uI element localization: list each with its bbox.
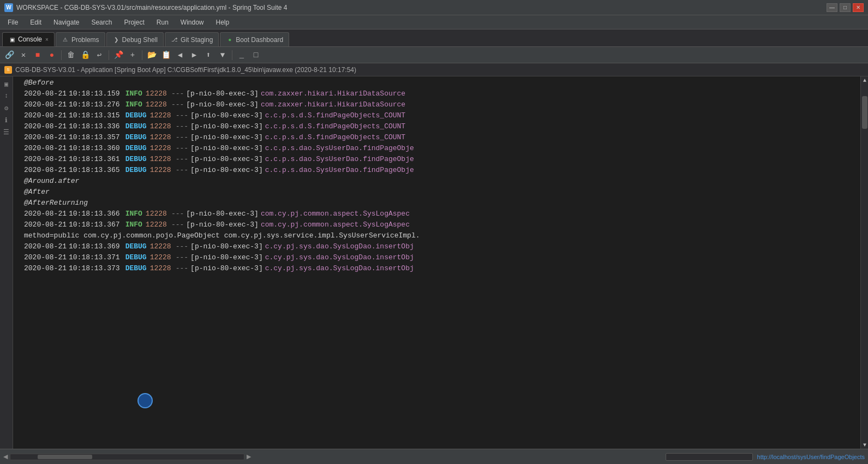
h-scrollbar-thumb[interactable] xyxy=(38,455,92,459)
pathbar: S CGB-DB-SYS-V3.01 - Application [Spring… xyxy=(0,63,868,76)
spring-boot-icon: S xyxy=(4,66,12,74)
word-wrap-btn[interactable]: ↩ xyxy=(93,49,105,61)
sidebar-btn-4[interactable]: ℹ xyxy=(1,115,12,126)
minimize-view-btn[interactable]: _ xyxy=(236,49,248,61)
tab-boot-dashboard[interactable]: ● Boot Dashboard xyxy=(220,32,289,46)
menubar: File Edit Navigate Search Project Run Wi… xyxy=(0,15,868,29)
copy-btn[interactable]: 📋 xyxy=(160,49,172,61)
main-area: ▣ ↕ ⚙ ℹ ☰ @Before 2020-08-21 10:18:13.15… xyxy=(0,76,868,449)
toolbar-sep-2 xyxy=(109,50,109,60)
app-icon: W xyxy=(4,3,13,12)
list-item: 2020-08-21 10:18:13.371 DEBUG 12228 --- … xyxy=(13,252,860,263)
git-staging-icon: ⎇ xyxy=(171,36,178,44)
horizontal-scrollbar[interactable] xyxy=(10,454,244,460)
sidebar-btn-5[interactable]: ☰ xyxy=(1,127,12,138)
menu-navigate[interactable]: Navigate xyxy=(48,17,85,28)
status-bar: http://localhost/sysUser/findPageObjects xyxy=(666,453,865,461)
list-item: 2020-08-21 10:18:13.357 DEBUG 12228 --- … xyxy=(13,132,860,143)
sidebar-btn-1[interactable]: ▣ xyxy=(1,79,12,90)
scrollbar-thumb[interactable] xyxy=(862,96,867,129)
more-btn[interactable]: ▼ xyxy=(217,49,229,61)
scroll-down-btn[interactable]: ▼ xyxy=(861,441,868,449)
toolbar-sep-3 xyxy=(142,50,142,60)
tabs-area: ▣ Console × ⚠ Problems ❯ Debug Shell ⎇ G… xyxy=(0,29,868,47)
pin-btn[interactable]: 📌 xyxy=(112,49,124,61)
scroll-up-btn[interactable]: ▲ xyxy=(861,76,868,84)
new-console-btn[interactable]: + xyxy=(127,49,139,61)
sidebar-btn-3[interactable]: ⚙ xyxy=(1,103,12,114)
menu-window[interactable]: Window xyxy=(175,17,209,28)
list-item: method=public com.cy.pj.common.pojo.Page… xyxy=(13,230,860,241)
tab-debug-shell[interactable]: ❯ Debug Shell xyxy=(106,32,164,46)
open-file-btn[interactable]: 📂 xyxy=(146,49,158,61)
list-item xyxy=(13,274,860,285)
tab-problems[interactable]: ⚠ Problems xyxy=(56,32,105,46)
status-link[interactable]: http://localhost/sysUser/findPageObjects xyxy=(757,454,865,460)
list-item: 2020-08-21 10:18:13.360 DEBUG 12228 --- … xyxy=(13,143,860,154)
tab-git-staging[interactable]: ⎇ Git Staging xyxy=(165,32,219,46)
link-btn[interactable]: 🔗 xyxy=(3,49,15,61)
clear-btn[interactable]: 🗑 xyxy=(65,49,77,61)
maximize-view-btn[interactable]: □ xyxy=(250,49,262,61)
right-arrow-btn[interactable]: ▶ xyxy=(247,453,251,460)
toolbar-sep-1 xyxy=(61,50,62,60)
status-progress-bar xyxy=(666,453,753,461)
problems-icon: ⚠ xyxy=(62,36,69,44)
list-item: 2020-08-21 10:18:13.366 INFO 12228 --- [… xyxy=(13,209,860,219)
annotation-before: @Before xyxy=(24,78,54,88)
list-item: @Around.after xyxy=(13,176,860,187)
titlebar-title: WORKSPACE - CGB-DB-SYS-V3.01/src/main/re… xyxy=(16,4,287,11)
tab-console-label: Console xyxy=(18,35,42,43)
console-icon: ▣ xyxy=(8,35,16,43)
vertical-scrollbar[interactable]: ▲ ▼ xyxy=(860,76,868,449)
tab-problems-label: Problems xyxy=(71,36,99,44)
titlebar-controls[interactable]: — □ ✕ xyxy=(827,3,864,12)
maximize-button[interactable]: □ xyxy=(840,3,851,12)
list-item: 2020-08-21 10:18:13.365 DEBUG 12228 --- … xyxy=(13,165,860,176)
list-item: 2020-08-21 10:18:13.336 DEBUG 12228 --- … xyxy=(13,121,860,132)
menu-file[interactable]: File xyxy=(2,17,23,28)
titlebar: W WORKSPACE - CGB-DB-SYS-V3.01/src/main/… xyxy=(0,0,868,15)
list-item: 2020-08-21 10:18:13.367 INFO 12228 --- [… xyxy=(13,219,860,230)
titlebar-left: W WORKSPACE - CGB-DB-SYS-V3.01/src/main/… xyxy=(4,3,287,12)
cursor-indicator xyxy=(137,393,153,408)
boot-dashboard-icon: ● xyxy=(226,36,234,44)
close-console-btn[interactable]: ✕ xyxy=(17,49,29,61)
list-item: 2020-08-21 10:18:13.315 DEBUG 12228 --- … xyxy=(13,110,860,121)
list-item: 2020-08-21 10:18:13.276 INFO 12228 --- [… xyxy=(13,99,860,110)
list-item: @After xyxy=(13,187,860,198)
console-area[interactable]: @Before 2020-08-21 10:18:13.159 INFO 122… xyxy=(13,76,860,449)
minimize-button[interactable]: — xyxy=(827,3,837,12)
menu-run[interactable]: Run xyxy=(151,17,174,28)
left-arrow-btn[interactable]: ◀ xyxy=(3,453,8,460)
bottom-bar: ◀ ▶ http://localhost/sysUser/findPageObj… xyxy=(0,449,868,464)
close-button[interactable]: ✕ xyxy=(853,3,864,12)
list-item: @Before xyxy=(13,78,860,88)
list-item: 2020-08-21 10:18:13.369 DEBUG 12228 --- … xyxy=(13,241,860,252)
menu-edit[interactable]: Edit xyxy=(25,17,47,28)
tab-console-close[interactable]: × xyxy=(45,37,49,43)
scroll-lock-btn[interactable]: 🔒 xyxy=(79,49,91,61)
sidebar-btn-2[interactable]: ↕ xyxy=(1,91,12,102)
toolbar-row: 🔗 ✕ ■ ● 🗑 🔒 ↩ 📌 + 📂 📋 ◀ ▶ ⬆ ▼ _ □ xyxy=(0,47,868,63)
tab-git-staging-label: Git Staging xyxy=(181,36,213,44)
tab-debug-shell-label: Debug Shell xyxy=(122,36,158,44)
menu-help[interactable]: Help xyxy=(211,17,235,28)
menu-search[interactable]: Search xyxy=(86,17,117,28)
list-item: 2020-08-21 10:18:13.361 DEBUG 12228 --- … xyxy=(13,154,860,165)
stop-btn[interactable]: ■ xyxy=(32,49,44,61)
next-btn[interactable]: ▶ xyxy=(188,49,200,61)
left-sidebar: ▣ ↕ ⚙ ℹ ☰ xyxy=(0,76,13,449)
menu-project[interactable]: Project xyxy=(118,17,149,28)
list-item: 2020-08-21 10:18:13.373 DEBUG 12228 --- … xyxy=(13,263,860,274)
scrollbar-track[interactable] xyxy=(861,84,868,441)
list-item: 2020-08-21 10:18:13.159 INFO 12228 --- [… xyxy=(13,88,860,99)
toolbar-sep-4 xyxy=(232,50,232,60)
tab-console[interactable]: ▣ Console × xyxy=(2,32,55,46)
prev-btn[interactable]: ◀ xyxy=(174,49,186,61)
path-text: CGB-DB-SYS-V3.01 - Application [Spring B… xyxy=(15,66,356,74)
list-item: @AfterReturning xyxy=(13,198,860,209)
run-btn[interactable]: ● xyxy=(46,49,58,61)
expand-btn[interactable]: ⬆ xyxy=(202,49,214,61)
debug-shell-icon: ❯ xyxy=(112,36,120,44)
